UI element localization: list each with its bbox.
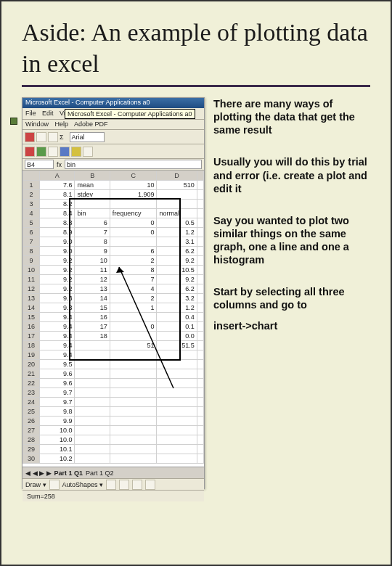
row-head[interactable]: 15	[23, 313, 40, 322]
table-row[interactable]: 249.7	[23, 398, 204, 407]
cell[interactable]: 51	[110, 341, 157, 350]
cell[interactable]: 0.4	[157, 313, 197, 322]
cell[interactable]	[197, 190, 203, 200]
cell[interactable]: 0	[110, 322, 157, 332]
cell[interactable]: 9.2	[157, 275, 197, 284]
cell[interactable]	[157, 388, 197, 398]
cell[interactable]	[197, 284, 203, 294]
cell[interactable]	[197, 181, 203, 190]
cell[interactable]	[197, 266, 203, 275]
cell[interactable]: 510	[157, 181, 197, 190]
cell[interactable]: 7	[75, 228, 110, 237]
row-head[interactable]: 7	[23, 237, 40, 247]
cell[interactable]	[157, 454, 197, 464]
cell[interactable]: 9	[75, 247, 110, 256]
row-head[interactable]: 16	[23, 322, 40, 332]
cell[interactable]	[75, 398, 110, 407]
cell[interactable]: 8.4	[40, 209, 75, 218]
toolbar-icon[interactable]	[145, 480, 155, 490]
cell[interactable]	[75, 435, 110, 445]
row-head[interactable]: 20	[23, 360, 40, 369]
cell[interactable]: 11	[75, 266, 110, 275]
cell[interactable]	[197, 350, 203, 360]
cell[interactable]	[75, 369, 110, 379]
table-row[interactable]: 269.9	[23, 417, 204, 426]
table-row[interactable]: 3010.2	[23, 454, 204, 464]
cell[interactable]: 1.909	[110, 190, 157, 200]
sigma-icon[interactable]: Σ	[60, 134, 64, 141]
cell[interactable]	[110, 417, 157, 426]
cell[interactable]: 16	[75, 313, 110, 322]
cell[interactable]: 9.5	[40, 360, 75, 369]
draw-menu[interactable]: Draw ▾	[25, 481, 46, 488]
cell[interactable]	[197, 275, 203, 284]
cell[interactable]: 10	[75, 256, 110, 266]
cell[interactable]: 9.7	[40, 398, 75, 407]
cell[interactable]: mean	[75, 181, 110, 190]
cell[interactable]	[75, 445, 110, 454]
cell[interactable]: 8.9	[40, 228, 75, 237]
cell[interactable]	[110, 360, 157, 369]
cell[interactable]	[110, 379, 157, 388]
toolbar-icon[interactable]	[71, 147, 81, 157]
table-row[interactable]: 129.21346.2	[23, 284, 204, 294]
cell[interactable]: 7.6	[40, 181, 75, 190]
cell[interactable]	[197, 209, 203, 218]
cell[interactable]: 1.2	[157, 303, 197, 313]
cell[interactable]: 6.2	[157, 284, 197, 294]
cell[interactable]	[157, 350, 197, 360]
toolbar-icon[interactable]	[25, 147, 35, 157]
cell[interactable]: bin	[75, 209, 110, 218]
cell[interactable]: 9.6	[40, 369, 75, 379]
cell[interactable]	[110, 200, 157, 209]
row-head[interactable]: 6	[23, 228, 40, 237]
cell[interactable]: 2	[110, 294, 157, 303]
table-row[interactable]: 149.31511.2	[23, 303, 204, 313]
menu-file[interactable]: File	[25, 110, 36, 117]
cell[interactable]	[75, 341, 110, 350]
cell[interactable]: normal	[157, 209, 197, 218]
cell[interactable]	[110, 407, 157, 417]
table-row[interactable]: 169.41700.1	[23, 322, 204, 332]
toolbar-icon[interactable]	[83, 147, 93, 157]
cell[interactable]	[197, 332, 203, 341]
cell[interactable]: 14	[75, 294, 110, 303]
table-row[interactable]: 159.4160.4	[23, 313, 204, 322]
cell[interactable]: stdev	[75, 190, 110, 200]
cell[interactable]: 9.7	[40, 388, 75, 398]
font-selector[interactable]: Arial	[70, 132, 105, 142]
cell[interactable]: 9.9	[40, 417, 75, 426]
cell[interactable]: 0.1	[157, 322, 197, 332]
cell[interactable]	[157, 417, 197, 426]
cell[interactable]: 10.0	[40, 435, 75, 445]
cell[interactable]	[197, 341, 203, 350]
cell[interactable]: 9.2	[40, 284, 75, 294]
name-box[interactable]: B4	[25, 160, 54, 169]
menu-adobe[interactable]: Adobe PDF	[74, 120, 108, 128]
cell[interactable]: 9.2	[40, 256, 75, 266]
table-row[interactable]: 109.211810.5	[23, 266, 204, 275]
cell[interactable]	[197, 398, 203, 407]
menu-window[interactable]: Window	[25, 120, 49, 128]
cell[interactable]	[75, 350, 110, 360]
cell[interactable]	[197, 407, 203, 417]
cell[interactable]: 6	[75, 218, 110, 228]
menu-help[interactable]: Help	[55, 120, 69, 128]
table-row[interactable]: 179.4180.0	[23, 332, 204, 341]
cell[interactable]	[157, 398, 197, 407]
cell[interactable]	[157, 369, 197, 379]
row-head[interactable]: 24	[23, 398, 40, 407]
cell[interactable]: 6.2	[157, 247, 197, 256]
table-row[interactable]: 229.6	[23, 379, 204, 388]
cell[interactable]: 1	[110, 303, 157, 313]
row-head[interactable]: 29	[23, 445, 40, 454]
row-head[interactable]: 10	[23, 266, 40, 275]
toolbar-icon[interactable]	[48, 132, 58, 142]
cell[interactable]	[75, 417, 110, 426]
cell[interactable]	[110, 398, 157, 407]
cell[interactable]: 9.4	[40, 313, 75, 322]
cell[interactable]	[197, 360, 203, 369]
table-row[interactable]: 139.31423.2	[23, 294, 204, 303]
row-head[interactable]: 4	[23, 209, 40, 218]
row-head[interactable]: 3	[23, 200, 40, 209]
